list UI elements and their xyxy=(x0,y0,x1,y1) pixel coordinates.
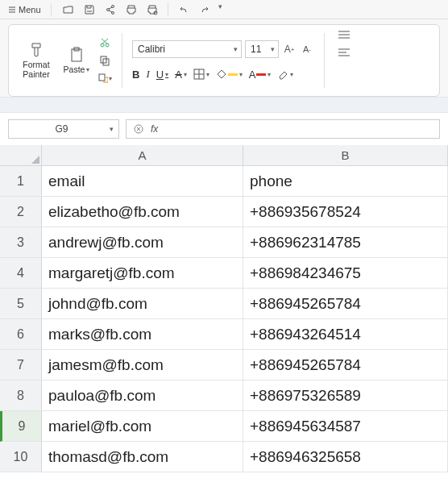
row-header[interactable]: 2 xyxy=(0,197,42,227)
share-icon xyxy=(105,4,116,15)
table-row: 10thomasd@fb.com+886946325658 xyxy=(0,442,448,472)
save-button[interactable] xyxy=(82,2,97,17)
fx-icon: fx xyxy=(151,123,158,135)
font-name-select[interactable]: Calibri ▾ xyxy=(132,40,242,58)
cell[interactable]: andrewj@fb.com xyxy=(42,227,243,258)
print-preview-icon xyxy=(147,4,158,15)
row-header[interactable]: 4 xyxy=(0,258,42,289)
print-button[interactable] xyxy=(124,2,139,17)
fill-color-button[interactable]: ▾ xyxy=(216,69,243,80)
row-header[interactable]: 1 xyxy=(0,166,42,197)
scissors-icon xyxy=(99,37,110,48)
cell[interactable]: +886946325658 xyxy=(243,442,448,472)
cell[interactable]: +886962314785 xyxy=(243,227,448,258)
row-header[interactable]: 7 xyxy=(0,350,42,380)
qat-more-button[interactable]: ▾ xyxy=(218,2,222,17)
row-header[interactable]: 9 xyxy=(0,411,42,442)
increase-font-button[interactable]: A+ xyxy=(282,42,297,56)
cell[interactable]: elizabetho@fb.com xyxy=(42,197,243,227)
cell[interactable]: marks@fb.com xyxy=(42,319,243,350)
cell[interactable]: +886943264514 xyxy=(243,319,448,350)
chevron-down-icon: ▾ xyxy=(271,45,275,53)
cell[interactable]: +886945265784 xyxy=(243,289,448,319)
cell[interactable]: pauloa@fb.com xyxy=(42,380,243,411)
column-header-a[interactable]: A xyxy=(42,145,243,166)
cell[interactable]: +886984234675 xyxy=(243,258,448,289)
underline-button[interactable]: U▾ xyxy=(156,69,168,81)
italic-button[interactable]: I xyxy=(146,68,149,81)
table-row: 1emailphone xyxy=(0,166,448,197)
cancel-icon xyxy=(133,123,144,135)
cell[interactable]: jamesm@fb.com xyxy=(42,350,243,380)
table-row: 6marks@fb.com+886943264514 xyxy=(0,319,448,350)
rows-container: 1emailphone2elizabetho@fb.com+8869356785… xyxy=(0,166,448,472)
menu-button[interactable]: Menu xyxy=(5,3,44,16)
format-painter-button[interactable]: Format Painter xyxy=(17,41,56,79)
paste-button[interactable]: Paste▾ xyxy=(60,47,93,74)
row-header[interactable]: 8 xyxy=(0,380,42,411)
clear-format-button[interactable]: ▾ xyxy=(277,69,293,80)
cell[interactable]: thomasd@fb.com xyxy=(42,442,243,472)
share-button[interactable] xyxy=(103,2,118,17)
strikethrough-button[interactable]: A▾ xyxy=(175,69,187,81)
wrap-text-button[interactable] xyxy=(334,30,354,40)
chevron-down-icon: ▾ xyxy=(206,71,209,78)
print-icon xyxy=(126,4,137,15)
cell[interactable]: mariel@fb.com xyxy=(42,411,243,442)
cell[interactable]: +886945265784 xyxy=(243,350,448,380)
tab-strip xyxy=(0,97,448,113)
font-size-select[interactable]: 11 ▾ xyxy=(245,40,279,58)
ribbon: Format Painter Paste▾ ▾ Calibri ▾ 11 xyxy=(8,24,440,97)
chevron-down-icon: ▾ xyxy=(239,71,243,78)
column-header-b[interactable]: B xyxy=(243,145,448,166)
ribbon-container: Format Painter Paste▾ ▾ Calibri ▾ 11 xyxy=(0,19,448,97)
name-box-value: G9 xyxy=(55,123,68,135)
cell[interactable]: margaretj@fb.com xyxy=(42,258,243,289)
clipboard-icon xyxy=(68,47,85,63)
separator xyxy=(51,3,52,16)
fill-icon xyxy=(216,69,227,80)
cell[interactable]: email xyxy=(42,166,243,197)
redo-button[interactable] xyxy=(197,2,212,17)
align-icon xyxy=(338,48,351,57)
chevron-down-icon: ▾ xyxy=(184,71,187,78)
formula-bar[interactable]: fx xyxy=(126,119,440,139)
cell[interactable]: +886975326589 xyxy=(243,380,448,411)
open-button[interactable] xyxy=(61,2,76,17)
cell[interactable]: +886935678524 xyxy=(243,197,448,227)
cell[interactable]: +886945634587 xyxy=(243,411,448,442)
cell[interactable]: johnd@fb.com xyxy=(42,289,243,319)
name-box[interactable]: G9 ▾ xyxy=(8,119,119,139)
cut-button[interactable] xyxy=(97,35,112,50)
menubar: Menu ▾ xyxy=(0,0,448,19)
cell[interactable]: phone xyxy=(243,166,448,197)
row-header[interactable]: 10 xyxy=(0,442,42,472)
save-icon xyxy=(84,4,95,15)
redo-icon xyxy=(199,4,210,15)
font-color-button[interactable]: A▾ xyxy=(249,69,272,81)
row-header[interactable]: 5 xyxy=(0,289,42,319)
chevron-down-icon: ▾ xyxy=(290,71,293,78)
chevron-down-icon: ▾ xyxy=(86,66,89,73)
table-row: 9mariel@fb.com+886945634587 xyxy=(0,411,448,442)
format-button[interactable]: ▾ xyxy=(97,71,112,85)
borders-button[interactable]: ▾ xyxy=(193,69,209,80)
chevron-down-icon: ▾ xyxy=(234,45,238,53)
bold-button[interactable]: B xyxy=(132,69,139,81)
align-button[interactable] xyxy=(334,48,354,57)
copy-button[interactable] xyxy=(97,53,112,68)
table-row: 8pauloa@fb.com+886975326589 xyxy=(0,380,448,411)
chevron-down-icon: ▾ xyxy=(165,71,168,78)
select-all-corner[interactable] xyxy=(0,145,42,166)
font-group: Calibri ▾ 11 ▾ A+ A- B I U▾ A▾ ▾ ▾ A▾ ▾ xyxy=(132,30,314,91)
decrease-font-button[interactable]: A- xyxy=(300,42,314,56)
borders-icon xyxy=(193,69,205,80)
chevron-down-icon: ▾ xyxy=(109,75,112,82)
table-row: 5johnd@fb.com+886945265784 xyxy=(0,289,448,319)
undo-button[interactable] xyxy=(176,2,191,17)
row-header[interactable]: 3 xyxy=(0,227,42,258)
print-preview-button[interactable] xyxy=(145,2,160,17)
svg-rect-10 xyxy=(99,74,105,81)
row-header[interactable]: 6 xyxy=(0,319,42,350)
clipboard-small-group: ▾ xyxy=(97,35,112,85)
